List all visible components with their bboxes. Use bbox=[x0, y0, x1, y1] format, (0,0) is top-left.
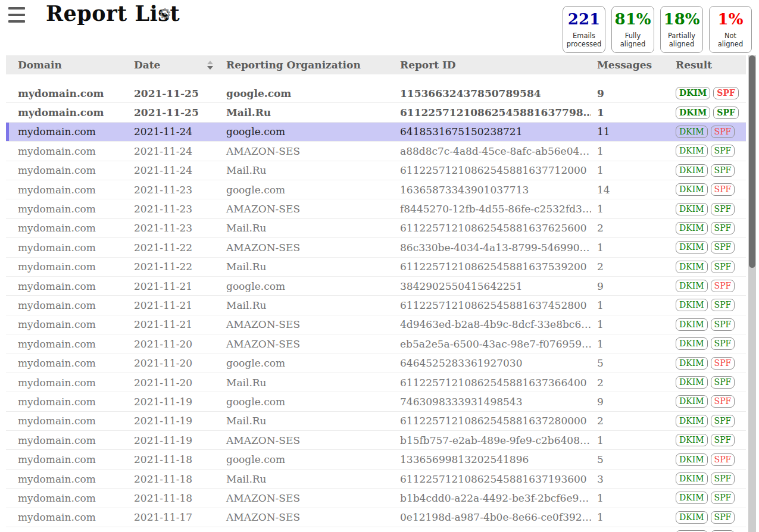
cell-domain: mydomain.com bbox=[6, 280, 128, 292]
cell-org: AMAZON-SES bbox=[220, 434, 394, 446]
table-row[interactable]: mydomain.com 2021-11-22 AMAZON-SES 86c33… bbox=[6, 238, 746, 257]
sort-icon[interactable] bbox=[207, 61, 213, 70]
table-row[interactable]: mydomain.com 2021-11-24 Mail.Ru 61122571… bbox=[6, 161, 746, 180]
cell-date: 2021-11-23 bbox=[128, 203, 220, 215]
table-row[interactable]: mydomain.com 2021-11-19 google.com 74630… bbox=[6, 392, 746, 411]
table-row[interactable]: mydomain.com 2021-11-25 Mail.Ru 61122571… bbox=[6, 103, 746, 122]
cell-messages: 1 bbox=[591, 511, 670, 523]
cell-messages: 5 bbox=[591, 357, 670, 369]
cell-messages: 1 bbox=[591, 492, 670, 504]
column-header-reporting-organization[interactable]: Reporting Organization bbox=[220, 59, 394, 71]
cell-domain: mydomain.com bbox=[6, 126, 128, 137]
cell-report-id: 61122571210862545881637625600 bbox=[394, 222, 591, 234]
cell-messages: 1 bbox=[591, 434, 670, 446]
dkim-badge: DKIM bbox=[676, 164, 708, 177]
table-row[interactable]: mydomain.com 2021-11-25 google.com 11536… bbox=[6, 84, 746, 103]
column-header-date[interactable]: Date bbox=[128, 59, 220, 71]
scrollbar-track[interactable] bbox=[748, 55, 756, 532]
spf-badge: SPF bbox=[711, 415, 735, 427]
spf-badge: SPF bbox=[711, 164, 735, 177]
spf-badge: SPF bbox=[713, 87, 739, 99]
cell-domain: mydomain.com bbox=[6, 184, 128, 196]
table-row[interactable]: mydomain.com 2021-11-21 AMAZON-SES 4d946… bbox=[6, 315, 746, 334]
table-row[interactable]: mydomain.com 2021-11-22 Mail.Ru 61122571… bbox=[6, 258, 746, 277]
spf-badge: SPF bbox=[711, 203, 735, 215]
cell-result: DKIM SPF bbox=[670, 357, 746, 370]
cell-date: 2021-11-21 bbox=[128, 280, 220, 292]
cell-domain: mydomain.com bbox=[6, 511, 128, 523]
dkim-badge: DKIM bbox=[676, 337, 708, 350]
table-row[interactable]: mydomain.com 2021-11-23 AMAZON-SES f8445… bbox=[6, 199, 746, 218]
spf-badge: SPF bbox=[711, 318, 735, 331]
cell-domain: mydomain.com bbox=[6, 87, 128, 99]
cell-result: DKIM SPF bbox=[670, 241, 746, 254]
table-row[interactable]: mydomain.com 2021-11-20 AMAZON-SES eb5a2… bbox=[6, 334, 746, 353]
spf-badge: SPF bbox=[711, 357, 735, 370]
stat-value: 18% bbox=[662, 11, 701, 29]
table-row[interactable]: mydomain.com 2021-11-23 google.com 16365… bbox=[6, 180, 746, 199]
spf-badge: SPF bbox=[713, 107, 739, 119]
column-header-messages[interactable]: Messages bbox=[591, 59, 670, 71]
cell-domain: mydomain.com bbox=[6, 434, 128, 446]
dkim-badge: DKIM bbox=[676, 107, 710, 119]
table-row[interactable]: mydomain.com 2021-11-17 AMAZON-SES 0e121… bbox=[6, 508, 746, 527]
spf-badge: SPF bbox=[711, 261, 735, 273]
cell-report-id: 7463098333931498543 bbox=[394, 396, 591, 408]
table-row[interactable]: mydomain.com 2021-11-24 google.com 64185… bbox=[6, 123, 746, 142]
dkim-badge: DKIM bbox=[676, 126, 708, 138]
dkim-badge: DKIM bbox=[676, 203, 708, 215]
cell-domain: mydomain.com bbox=[6, 318, 128, 330]
cell-date: 2021-11-19 bbox=[128, 396, 220, 408]
cell-org: google.com bbox=[220, 357, 394, 369]
gear-icon[interactable]: ⚙ bbox=[158, 7, 171, 21]
cell-messages: 2 bbox=[591, 261, 670, 273]
cell-date: 2021-11-24 bbox=[128, 126, 220, 137]
spf-badge: SPF bbox=[711, 395, 735, 408]
cell-org: AMAZON-SES bbox=[220, 242, 394, 254]
table-row[interactable]: mydomain.com 2021-11-19 Mail.Ru 61122571… bbox=[6, 412, 746, 431]
table-row[interactable]: mydomain.com 2021-11-18 Mail.Ru 61122571… bbox=[6, 470, 746, 489]
table-row[interactable]: mydomain.com 2021-11-19 AMAZON-SES b15fb… bbox=[6, 431, 746, 450]
table-body: mydomain.com 2021-11-25 google.com 11536… bbox=[6, 84, 746, 532]
cell-date: 2021-11-22 bbox=[128, 261, 220, 273]
table-row[interactable]: mydomain.com 2021-11-21 google.com 38429… bbox=[6, 277, 746, 296]
cell-messages: 1 bbox=[591, 318, 670, 330]
cell-result: DKIM SPF bbox=[670, 434, 746, 446]
cell-org: AMAZON-SES bbox=[220, 318, 394, 330]
cell-org: google.com bbox=[220, 280, 394, 292]
column-header-domain[interactable]: Domain bbox=[6, 59, 128, 71]
table-row[interactable]: mydomain.com 2021-11-21 Mail.Ru 61122571… bbox=[6, 296, 746, 315]
column-header-result[interactable]: Result bbox=[670, 59, 746, 71]
cell-org: Mail.Ru bbox=[220, 164, 394, 176]
cell-messages: 1 bbox=[591, 164, 670, 176]
table-row[interactable]: mydomain.com 2021-11-18 google.com 13365… bbox=[6, 450, 746, 469]
dkim-badge: DKIM bbox=[676, 434, 708, 446]
cell-domain: mydomain.com bbox=[6, 396, 128, 408]
top-bar: Report List ⚙ 221 Emails processed 81% F… bbox=[0, 0, 759, 54]
cell-domain: mydomain.com bbox=[6, 377, 128, 389]
column-header-report-id[interactable]: Report ID bbox=[394, 59, 591, 71]
cell-org: AMAZON-SES bbox=[220, 145, 394, 157]
cell-org: Mail.Ru bbox=[220, 107, 394, 118]
cell-report-id: 61122571210862545881637798… bbox=[394, 107, 591, 118]
cell-domain: mydomain.com bbox=[6, 415, 128, 427]
cell-messages: 2 bbox=[591, 222, 670, 234]
table-row[interactable]: mydomain.com 2021-11-23 Mail.Ru 61122571… bbox=[6, 219, 746, 238]
scrollbar-thumb[interactable] bbox=[749, 55, 755, 268]
spf-badge: SPF bbox=[711, 126, 735, 138]
table-row[interactable]: mydomain.com 2021-11-20 google.com 64645… bbox=[6, 353, 746, 373]
cell-domain: mydomain.com bbox=[6, 242, 128, 254]
cell-org: AMAZON-SES bbox=[220, 338, 394, 350]
table-row[interactable]: mydomain.com 2021-11-18 AMAZON-SES b1b4c… bbox=[6, 489, 746, 508]
menu-icon[interactable] bbox=[8, 7, 25, 23]
cell-messages: 1 bbox=[591, 203, 670, 215]
table-row[interactable]: mydomain.com 2021-11-17 google.com 11669… bbox=[6, 527, 746, 532]
table-row[interactable]: mydomain.com 2021-11-24 AMAZON-SES a88d8… bbox=[6, 142, 746, 161]
cell-org: AMAZON-SES bbox=[220, 492, 394, 504]
cell-result: DKIM SPF bbox=[670, 203, 746, 215]
cell-result: DKIM SPF bbox=[670, 87, 746, 99]
cell-result: DKIM SPF bbox=[670, 126, 746, 138]
table-row[interactable]: mydomain.com 2021-11-20 Mail.Ru 61122571… bbox=[6, 373, 746, 392]
cell-result: DKIM SPF bbox=[670, 395, 746, 408]
cell-domain: mydomain.com bbox=[6, 261, 128, 273]
